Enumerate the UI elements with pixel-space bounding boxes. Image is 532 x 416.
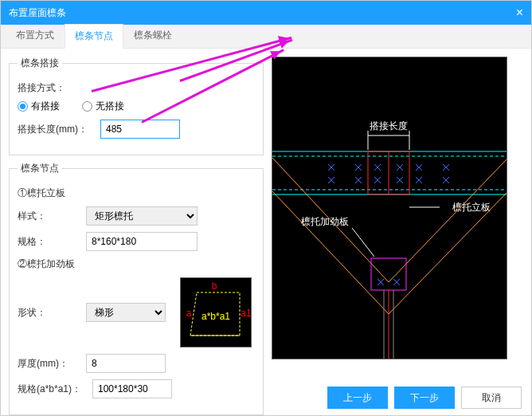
small-diagram: b a a1 a*b*a1	[180, 277, 252, 347]
shape-label: 形状：	[18, 306, 80, 320]
prev-button[interactable]: 上一步	[327, 387, 388, 409]
svg-text:a: a	[186, 308, 192, 319]
radio-icon	[18, 101, 28, 112]
radio-no-lap[interactable]: 无搭接	[82, 100, 124, 113]
group-lap-legend: 檩条搭接	[18, 57, 62, 70]
sub-stiffener: ②檩托加劲板	[18, 257, 255, 271]
close-icon[interactable]: ×	[516, 6, 523, 20]
row-lap-length: 搭接长度(mm)：	[18, 120, 255, 139]
svg-text:a*b*a1: a*b*a1	[201, 311, 230, 322]
svg-line-27	[352, 228, 374, 257]
lap-length-label: 搭接长度(mm)：	[18, 123, 94, 136]
row-spec2: 规格(a*b*a1)：	[18, 379, 255, 398]
next-button[interactable]: 下一步	[394, 387, 455, 409]
style-label: 样式：	[18, 210, 80, 223]
radio-icon	[82, 101, 92, 112]
group-node: 檩条节点 ①檩托立板 样式： 矩形檩托 规格： ②檩托加劲板 形状： 梯形	[9, 162, 264, 415]
right-panel: 搭接长度 檩托立板 檩托加劲板	[272, 57, 523, 416]
row-shape: 形状： 梯形 b a a1 a*b*a1	[18, 277, 255, 347]
thickness-input[interactable]	[86, 354, 166, 373]
dialog: 布置屋面檩条 × 布置方式 檩条节点 檩条螺栓 檩条搭接 搭接方式： 有搭接 无…	[0, 0, 532, 416]
tab-purlin-bolt[interactable]: 檩条螺栓	[123, 23, 182, 48]
svg-text:檩托立板: 檩托立板	[452, 202, 491, 213]
dialog-title: 布置屋面檩条	[9, 6, 66, 20]
spec2-input[interactable]	[92, 379, 172, 398]
svg-text:a1: a1	[241, 308, 252, 319]
radio-has-lap[interactable]: 有搭接	[18, 100, 60, 113]
radio-no-lap-label: 无搭接	[96, 100, 124, 113]
cancel-button[interactable]: 取消	[461, 387, 522, 409]
content: 檩条搭接 搭接方式： 有搭接 无搭接 搭接长度(mm)： 檩条节点 ①檩托立板 …	[1, 49, 531, 416]
tab-purlin-node[interactable]: 檩条节点	[65, 24, 123, 49]
style-select[interactable]: 矩形檩托	[86, 206, 198, 226]
titlebar: 布置屋面檩条 ×	[1, 1, 531, 25]
row-thickness: 厚度(mm)：	[18, 354, 255, 373]
row-style: 样式： 矩形檩托	[18, 206, 255, 226]
svg-rect-22	[371, 258, 406, 290]
svg-text:b: b	[212, 281, 217, 292]
radio-has-lap-label: 有搭接	[31, 100, 60, 113]
lap-length-input[interactable]	[100, 120, 180, 139]
thickness-label: 厚度(mm)：	[18, 357, 80, 371]
spec-input[interactable]	[86, 232, 198, 251]
sub-plate: ①檩托立板	[18, 186, 255, 200]
footer: 上一步 下一步 取消	[327, 387, 522, 409]
trapezoid-svg: b a a1 a*b*a1	[181, 278, 252, 347]
svg-text:檩托加劲板: 檩托加劲板	[301, 216, 349, 227]
structure-svg: 搭接长度 檩托立板 檩托加劲板	[272, 57, 507, 359]
row-spec: 规格：	[18, 232, 255, 251]
shape-select[interactable]: 梯形	[86, 303, 166, 322]
lap-method-radios: 有搭接 无搭接	[18, 100, 255, 113]
svg-text:搭接长度: 搭接长度	[370, 120, 408, 131]
group-lap: 檩条搭接 搭接方式： 有搭接 无搭接 搭接长度(mm)：	[9, 57, 264, 155]
tab-layout-method[interactable]: 布置方式	[6, 23, 65, 48]
big-diagram: 搭接长度 檩托立板 檩托加劲板	[272, 57, 507, 359]
group-node-legend: 檩条节点	[18, 162, 62, 175]
left-panel: 檩条搭接 搭接方式： 有搭接 无搭接 搭接长度(mm)： 檩条节点 ①檩托立板 …	[9, 57, 264, 416]
spec-label: 规格：	[18, 235, 80, 249]
spec2-label: 规格(a*b*a1)：	[18, 383, 86, 396]
